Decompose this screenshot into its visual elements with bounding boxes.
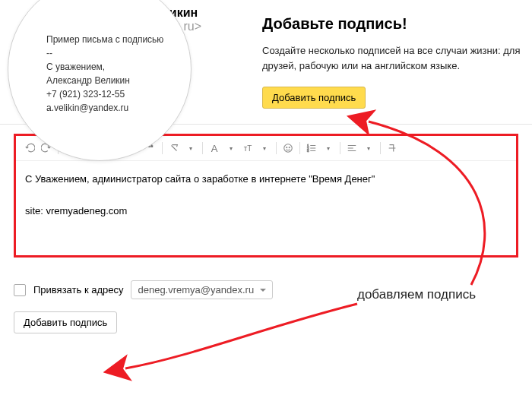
font-color-icon[interactable]: A (207, 141, 222, 156)
editor-body[interactable]: С Уважением, администратор сайта о зараб… (16, 161, 516, 255)
add-signature-button-bottom[interactable]: Добавить подпись (14, 311, 117, 333)
tool-dropdown-icon[interactable]: ▾ (361, 141, 376, 156)
tool-dropdown-icon[interactable]: ▾ (223, 141, 239, 156)
promo-column: Добавьте подпись! Создайте несколько под… (262, 0, 524, 109)
tool-dropdown-icon[interactable]: ▾ (321, 141, 336, 156)
bind-address-select[interactable]: deneg.vremya@yandex.ru (131, 280, 273, 299)
toolbar-sep (299, 142, 300, 154)
bind-address-value: deneg.vremya@yandex.ru (138, 284, 254, 295)
bind-checkbox[interactable] (14, 284, 26, 296)
emoji-icon[interactable] (280, 141, 296, 156)
page-root: Александр Великин <a.velikin@yandex.ru> … (0, 0, 532, 395)
promo-heading: Добавьте подпись! (262, 15, 524, 33)
top-section: Александр Великин <a.velikin@yandex.ru> … (0, 0, 532, 124)
preview-sep: -- (46, 46, 168, 60)
list-ol-icon[interactable]: 123 (304, 141, 319, 156)
editor-line-1: С Уважением, администратор сайта о зараб… (25, 172, 507, 188)
svg-point-3 (287, 147, 287, 147)
svg-point-2 (284, 144, 293, 153)
toolbar-sep (276, 142, 277, 154)
preview-closing: С уважением, (46, 60, 168, 74)
undo-icon[interactable] (22, 141, 37, 156)
preview-column: Александр Великин <a.velikin@yandex.ru> … (8, 0, 262, 109)
annotation-text: добавляем подпись (357, 287, 476, 302)
align-icon[interactable] (344, 141, 359, 156)
toolbar-sep (162, 142, 163, 154)
clear-format-icon[interactable] (166, 141, 182, 156)
add-signature-button-top[interactable]: Добавить подпись (262, 87, 366, 109)
preview-phone: +7 (921) 323-12-55 (46, 87, 168, 101)
bind-label: Привязать к адресу (33, 284, 123, 295)
toolbar-sep (340, 142, 340, 154)
svg-text:3: 3 (307, 149, 309, 153)
toolbar-sep (202, 142, 203, 154)
promo-description: Создайте несколько подписей на все случа… (262, 43, 524, 73)
editor-line-2: site: vremyadeneg.com (25, 204, 507, 220)
preview-subject: Пример письма с подписью (46, 33, 168, 46)
tool-dropdown-icon[interactable]: ▾ (183, 141, 198, 156)
signature-preview: Пример письма с подписью -- С уважением,… (8, 10, 191, 137)
preview-name: Александр Великин (46, 74, 168, 87)
svg-point-4 (289, 147, 290, 147)
font-size-icon[interactable]: тТ (240, 141, 255, 156)
strikethrough-icon[interactable] (385, 141, 400, 156)
preview-email: a.velikin@yandex.ru (46, 101, 168, 115)
tool-dropdown-icon[interactable]: ▾ (257, 141, 272, 156)
toolbar-sep (380, 142, 381, 154)
